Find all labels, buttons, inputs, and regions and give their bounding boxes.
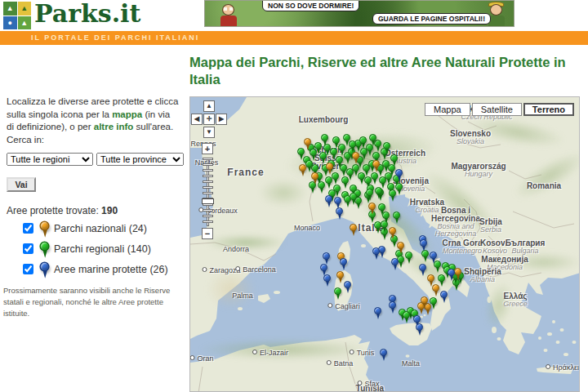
zoom-out-button[interactable]: − — [202, 228, 213, 239]
map-marker-parco-nazionale[interactable] — [454, 268, 461, 275]
map-marker-area-marina[interactable] — [419, 264, 426, 271]
site-logo-text[interactable]: Parks.it — [34, 0, 140, 30]
map-marker-area-marina[interactable] — [440, 291, 448, 298]
map-marker-parco-regionale[interactable] — [395, 183, 403, 190]
map-marker-parco-nazionale[interactable] — [326, 163, 333, 170]
map-marker-parco-regionale[interactable] — [332, 172, 339, 180]
zoom-slider-handle[interactable] — [202, 198, 214, 204]
map-marker-parco-nazionale[interactable] — [397, 242, 404, 249]
parks-logo-icon[interactable]: ▲▲ ●▲ — [3, 2, 31, 29]
map-marker-parco-regionale[interactable] — [430, 297, 437, 305]
map-marker-area-marina[interactable] — [325, 195, 332, 203]
region-select[interactable]: Tutte le regioni — [7, 153, 93, 166]
map-marker-parco-regionale[interactable] — [369, 134, 376, 141]
map-marker-parco-regionale[interactable] — [405, 252, 412, 259]
map-marker-area-marina[interactable] — [323, 252, 330, 260]
map-marker-area-marina[interactable] — [395, 169, 403, 176]
map-marker-parco-regionale[interactable] — [381, 220, 388, 228]
map-marker-area-marina[interactable] — [420, 239, 427, 247]
map-marker-parco-regionale[interactable] — [321, 134, 328, 141]
map-marker-parco-regionale[interactable] — [438, 274, 445, 282]
map-marker-parco-regionale[interactable] — [314, 142, 322, 149]
map-marker-parco-nazionale[interactable] — [372, 160, 380, 167]
map-marker-area-marina[interactable] — [374, 307, 381, 314]
map-marker-parco-nazionale[interactable] — [421, 296, 428, 304]
map-marker-area-marina[interactable] — [448, 269, 455, 276]
province-select[interactable]: Tutte le province — [96, 153, 184, 166]
map-marker-parco-regionale[interactable] — [403, 311, 410, 318]
filter-checkbox-1[interactable] — [23, 243, 33, 254]
map-marker-parco-regionale[interactable] — [374, 140, 381, 147]
map-marker-parco-regionale[interactable] — [390, 154, 398, 162]
pan-left-button[interactable]: ◀ — [191, 114, 203, 125]
map-marker-parco-regionale[interactable] — [297, 148, 305, 155]
map-marker-parco-nazionale[interactable] — [432, 284, 439, 292]
banner-ad[interactable]: NON SO DOVE DORMIRE! GUARDA LE PAGINE OS… — [204, 0, 514, 27]
pan-down-button[interactable]: ▼ — [203, 127, 215, 138]
map-marker-area-marina[interactable] — [380, 349, 387, 356]
filter-label: Parchi nazionali (24) — [54, 223, 147, 234]
map-marker-area-marina[interactable] — [430, 252, 437, 259]
map-marker-area-marina[interactable] — [323, 274, 331, 282]
map-marker-parco-regionale[interactable] — [305, 160, 313, 167]
map-marker-parco-nazionale[interactable] — [299, 164, 306, 172]
map-marker-parco-regionale[interactable] — [383, 142, 390, 149]
map-marker-parco-regionale[interactable] — [389, 189, 396, 197]
map-marker-parco-regionale[interactable] — [366, 189, 373, 196]
map-marker-area-marina[interactable] — [344, 281, 351, 288]
map-marker-parco-regionale[interactable] — [330, 148, 337, 155]
map-marker-parco-nazionale[interactable] — [368, 203, 376, 210]
banner-speech-bubble-top: NON SO DOVE DORMIRE! — [262, 0, 359, 11]
map-marker-area-marina[interactable] — [340, 258, 347, 265]
map-marker-parco-regionale[interactable] — [334, 287, 341, 295]
map-marker-parco-nazionale[interactable] — [336, 271, 344, 278]
map-type-button-mappa[interactable]: Mappa — [425, 103, 470, 116]
map-label: Albania — [470, 275, 495, 283]
map-type-button-satellite[interactable]: Satellite — [472, 103, 522, 116]
filter-checkbox-0[interactable] — [23, 223, 33, 234]
filter-checkbox-2[interactable] — [23, 264, 33, 274]
map-marker-area-marina[interactable] — [372, 247, 380, 255]
map-label: Monaco — [294, 224, 320, 232]
map-marker-area-marina[interactable] — [416, 323, 423, 331]
map-marker-parco-nazionale[interactable] — [350, 224, 357, 231]
map-marker-parco-regionale[interactable] — [350, 193, 357, 200]
map-marker-parco-regionale[interactable] — [378, 203, 385, 211]
map-marker-area-marina[interactable] — [334, 197, 341, 204]
map-marker-parco-regionale[interactable] — [372, 152, 380, 159]
map-marker-parco-regionale[interactable] — [332, 136, 340, 144]
map-canvas[interactable]: LuxembourgČeská RepublikaCzech RepublicS… — [189, 96, 580, 392]
map-marker-parco-regionale[interactable] — [371, 172, 378, 180]
mappa-link[interactable]: mappa — [112, 109, 142, 119]
map-marker-parco-nazionale[interactable] — [311, 172, 318, 180]
map-marker-parco-regionale[interactable] — [359, 136, 367, 144]
map-marker-parco-regionale[interactable] — [336, 156, 343, 163]
go-button[interactable]: Vai — [7, 177, 36, 192]
pan-up-button[interactable]: ▲ — [203, 100, 215, 112]
pan-right-button[interactable]: ▶ — [216, 114, 227, 125]
map-marker-parco-nazionale[interactable] — [352, 152, 359, 159]
map-marker-parco-nazionale[interactable] — [304, 138, 311, 145]
map-marker-parco-regionale[interactable] — [375, 187, 382, 194]
filter-row: Parchi regionali (140) — [23, 240, 186, 261]
altre-info-link[interactable]: altre info — [94, 122, 134, 131]
zoom-tick — [203, 169, 213, 172]
map-marker-area-marina[interactable] — [389, 301, 396, 309]
zoom-tick — [203, 158, 213, 160]
map-type-button-terreno[interactable]: Terreno — [523, 103, 574, 116]
map-marker-area-marina[interactable] — [320, 264, 327, 271]
map-marker-parco-regionale[interactable] — [343, 134, 350, 141]
map-label: Ελλάς — [503, 292, 527, 301]
map-marker-area-marina[interactable] — [413, 315, 421, 323]
map-marker-parco-regionale[interactable] — [349, 140, 356, 148]
map-marker-parco-nazionale[interactable] — [389, 227, 396, 234]
zoom-in-button[interactable]: + — [202, 143, 213, 154]
map-marker-parco-regionale[interactable] — [393, 212, 400, 219]
map-marker-area-marina[interactable] — [391, 258, 399, 265]
map-marker-parco-regionale[interactable] — [382, 212, 390, 219]
map-marker-parco-regionale[interactable] — [318, 181, 325, 189]
map-label: Luxembourg — [299, 115, 349, 124]
map-marker-area-marina[interactable] — [336, 207, 343, 215]
map-marker-parco-nazionale[interactable] — [427, 274, 434, 282]
pan-center-button[interactable]: ✛ — [203, 114, 215, 125]
